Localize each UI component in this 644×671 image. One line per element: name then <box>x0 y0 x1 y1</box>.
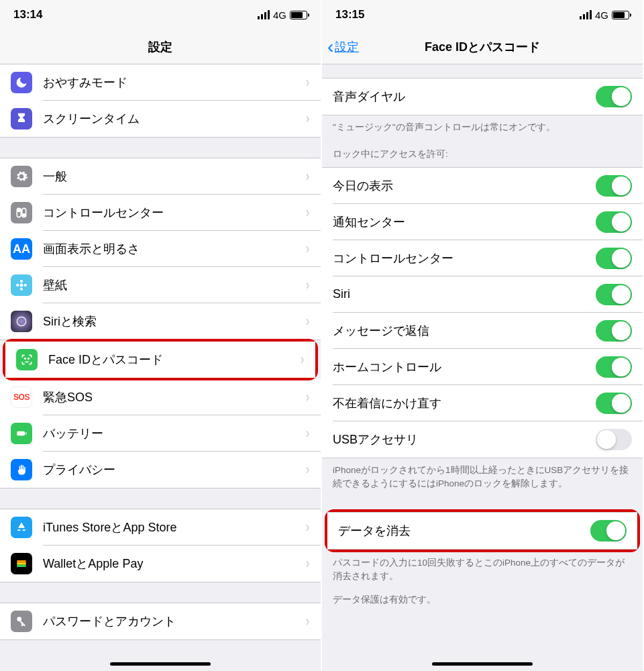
row-notification-center[interactable]: 通知センター <box>322 204 643 240</box>
nav-title: 設定 <box>148 39 172 55</box>
wallet-icon <box>11 553 32 574</box>
chevron-right-icon: › <box>306 389 309 406</box>
toggle-usb-accessories[interactable] <box>596 429 632 450</box>
toggle-home-control[interactable] <box>596 356 632 378</box>
cell-label: パスワードとアカウント <box>43 613 305 629</box>
row-today-view[interactable]: 今日の表示 <box>322 168 643 204</box>
cell-label: Siriと検索 <box>43 313 305 329</box>
row-face-id-passcode[interactable]: Face IDとパスコード › <box>5 342 315 378</box>
cell-label: 不在着信にかけ直す <box>333 395 596 411</box>
back-button[interactable]: ‹ 設定 <box>327 30 359 64</box>
cell-label: Face IDとパスコード <box>48 352 300 368</box>
chevron-right-icon: › <box>306 240 309 258</box>
row-siri-search[interactable]: Siriと検索 › <box>0 303 321 340</box>
row-return-missed-calls[interactable]: 不在着信にかけ直す <box>322 385 643 421</box>
status-bar: 13:14 4G <box>0 0 321 30</box>
svg-point-11 <box>28 358 30 360</box>
row-screen-time[interactable]: スクリーンタイム › <box>0 101 321 137</box>
svg-point-3 <box>23 214 25 216</box>
svg-rect-12 <box>17 431 25 436</box>
chevron-right-icon: › <box>306 110 309 127</box>
hourglass-icon <box>11 108 32 130</box>
network-label: 4G <box>595 9 608 21</box>
row-wallpaper[interactable]: 壁紙 › <box>0 267 321 303</box>
svg-rect-14 <box>17 560 25 562</box>
siri-icon <box>11 311 32 332</box>
row-reply-with-message[interactable]: メッセージで返信 <box>322 313 643 349</box>
toggle-erase-data[interactable] <box>590 520 627 541</box>
chevron-right-icon: › <box>306 168 309 185</box>
row-control-center[interactable]: コントロールセンター <box>322 240 643 276</box>
toggle-return-missed-calls[interactable] <box>596 393 632 414</box>
chevron-right-icon: › <box>306 613 309 630</box>
cell-label: コントロールセンター <box>333 250 596 266</box>
gear-icon <box>11 166 32 187</box>
data-protection-footer: データ保護は有効です。 <box>322 584 643 607</box>
cell-label: 通知センター <box>333 214 596 230</box>
row-siri[interactable]: Siri <box>322 276 643 313</box>
cell-label: バッテリー <box>43 425 305 442</box>
svg-rect-15 <box>17 562 25 564</box>
cell-label: ホームコントロール <box>333 359 596 375</box>
row-home-control[interactable]: ホームコントロール <box>322 349 643 385</box>
cell-label: データを消去 <box>338 523 590 539</box>
chevron-right-icon: › <box>301 351 304 368</box>
cell-label: プライバシー <box>43 462 305 478</box>
cell-label: USBアクセサリ <box>333 431 596 448</box>
cell-label: WalletとApple Pay <box>43 556 305 572</box>
row-general[interactable]: 一般 › <box>0 158 321 195</box>
toggle-control-center[interactable] <box>596 248 632 269</box>
row-passwords-accounts[interactable]: パスワードとアカウント › <box>0 603 321 639</box>
nav-bar: 設定 <box>0 30 321 64</box>
highlight-face-id: Face IDとパスコード › <box>3 339 318 380</box>
row-control-center[interactable]: コントロールセンター › <box>0 195 321 231</box>
status-right: 4G <box>258 9 307 21</box>
voice-dial-footer: "ミュージック"の音声コントロールは常にオンです。 <box>322 115 643 134</box>
moon-icon <box>11 72 32 93</box>
status-bar: 13:15 4G <box>322 0 643 30</box>
face-id-passcode-screen: 13:15 4G ‹ 設定 Face IDとパスコード 音声ダイヤル "ミュージ… <box>322 0 644 671</box>
chevron-right-icon: › <box>306 461 309 478</box>
cell-label: 音声ダイヤル <box>333 89 596 105</box>
lock-access-header: ロック中にアクセスを許可: <box>322 134 643 166</box>
toggle-reply-with-message[interactable] <box>596 320 632 342</box>
row-emergency-sos[interactable]: SOS 緊急SOS › <box>0 379 321 415</box>
signal-icon <box>258 10 270 19</box>
face-id-list[interactable]: 音声ダイヤル "ミュージック"の音声コントロールは常にオンです。 ロック中にアク… <box>322 64 643 671</box>
row-do-not-disturb[interactable]: おやすみモード › <box>0 64 321 101</box>
svg-point-2 <box>18 209 20 211</box>
chevron-right-icon: › <box>306 519 309 536</box>
svg-point-17 <box>17 617 21 621</box>
cell-label: メッセージで返信 <box>333 323 596 339</box>
row-itunes-app-store[interactable]: iTunes StoreとApp Store › <box>0 509 321 546</box>
toggle-voice-dial[interactable] <box>596 86 632 107</box>
settings-list[interactable]: おやすみモード › スクリーンタイム › 一般 › <box>0 64 321 671</box>
network-label: 4G <box>273 9 286 21</box>
row-usb-accessories[interactable]: USBアクセサリ <box>322 421 643 458</box>
home-indicator[interactable] <box>110 662 211 666</box>
sliders-icon <box>11 202 32 223</box>
row-display-brightness[interactable]: AA 画面表示と明るさ › <box>0 231 321 267</box>
text-size-icon: AA <box>11 238 32 260</box>
svg-point-9 <box>17 317 25 325</box>
row-voice-dial[interactable]: 音声ダイヤル <box>322 79 643 115</box>
cell-label: 緊急SOS <box>43 389 305 405</box>
toggle-today-view[interactable] <box>596 175 632 197</box>
battery-app-icon <box>11 423 32 444</box>
home-indicator[interactable] <box>432 662 533 666</box>
cell-label: 画面表示と明るさ <box>43 241 305 257</box>
row-privacy[interactable]: プライバシー › <box>0 452 321 488</box>
face-id-icon <box>16 349 38 370</box>
svg-point-10 <box>25 358 26 360</box>
row-battery[interactable]: バッテリー › <box>0 415 321 452</box>
chevron-right-icon: › <box>306 204 309 221</box>
row-erase-data[interactable]: データを消去 <box>327 513 637 549</box>
status-time: 13:15 <box>335 8 364 21</box>
cell-label: 一般 <box>43 168 305 185</box>
svg-point-7 <box>16 284 19 287</box>
svg-rect-16 <box>17 565 25 567</box>
chevron-right-icon: › <box>306 425 309 442</box>
row-wallet-apple-pay[interactable]: WalletとApple Pay › <box>0 546 321 582</box>
toggle-siri[interactable] <box>596 284 632 305</box>
toggle-notification-center[interactable] <box>596 211 632 233</box>
